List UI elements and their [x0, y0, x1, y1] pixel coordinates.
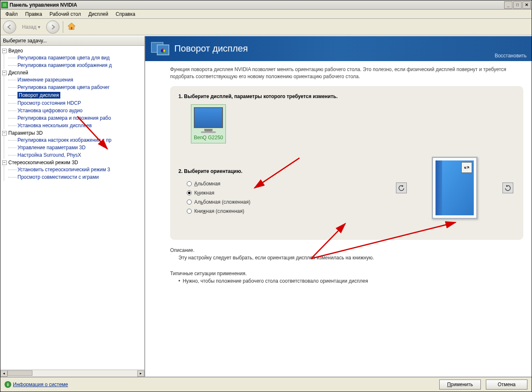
menu-bar: Файл Правка Рабочий стол Дисплей Справка: [0, 10, 532, 19]
flip-icon: [461, 162, 472, 173]
tree-leaf-label: Изменение разрешения: [17, 77, 73, 83]
page-title: Поворот дисплея: [174, 43, 248, 54]
tree-leaf[interactable]: Просмотр совместимости с играми: [4, 173, 144, 181]
tree-leaf-label: Просмотр совместимости с играми: [17, 174, 99, 180]
menu-edit[interactable]: Правка: [22, 10, 46, 18]
window-title: Панель управления NVIDIA: [10, 2, 504, 8]
step1-title: 1. Выберите дисплей, параметры которого …: [178, 94, 515, 99]
tree-leaf[interactable]: Установка нескольких дисплеев: [4, 122, 144, 129]
sidebar-hscrollbar[interactable]: ◂ ▸: [0, 370, 144, 377]
main-panel: Поворот дисплея Восстановить Функция пов…: [145, 36, 532, 377]
radio-dot-icon: [187, 190, 192, 195]
tree-leaf-label: Настройка Surround, PhysX: [17, 152, 81, 158]
tree-leaf[interactable]: Регулировка параметров цвета для вид: [4, 54, 144, 62]
nav-back-text: Назад: [22, 24, 36, 30]
typical-bullet: Нужно, чтобы положение рабочего стола со…: [178, 278, 523, 284]
orientation-label: Альбомная: [194, 181, 220, 187]
tree-expander-icon[interactable]: −: [2, 160, 7, 165]
restore-defaults-link[interactable]: Восстановить: [495, 53, 527, 59]
tree-category-label: Дисплей: [8, 70, 28, 76]
info-icon: i: [5, 381, 11, 388]
sidebar: Выберите задачу... −ВидеоРегулировка пар…: [0, 36, 145, 377]
nvidia-app-icon: [1, 2, 8, 8]
tree-category[interactable]: −Стереоскопический режим 3D: [2, 159, 144, 166]
tree-leaf-label: Регулировка параметров цвета рабочег: [17, 84, 110, 90]
monitor-icon: [194, 107, 223, 128]
radio-dot-icon: [187, 181, 192, 186]
titlebar: Панель управления NVIDIA _ □ ✕: [0, 0, 532, 10]
tree-category-label: Видео: [8, 48, 23, 54]
sidebar-header: Выберите задачу...: [0, 36, 144, 46]
tree-leaf-label: Регулировка параметров цвета для вид: [17, 55, 109, 61]
apply-button[interactable]: Применить: [439, 380, 481, 390]
system-info-text: Информация о системе: [13, 382, 68, 387]
cancel-button[interactable]: Отмена: [486, 380, 527, 390]
footer: i Информация о системе Применить Отмена: [0, 377, 532, 392]
intro-text: Функция поворота дисплея NVIDIA позволяе…: [170, 66, 523, 80]
menu-display[interactable]: Дисплей: [85, 10, 111, 18]
scroll-left-button[interactable]: ◂: [0, 370, 7, 377]
description-text: Эту настройку следует выбрать, если орие…: [178, 255, 523, 261]
typical-heading: Типичные ситуации применения.: [170, 271, 523, 276]
tree-leaf[interactable]: Регулировка параметров изображения д: [4, 62, 144, 69]
tree-category[interactable]: −Видео: [2, 47, 144, 54]
task-tree[interactable]: −ВидеоРегулировка параметров цвета для в…: [0, 46, 144, 370]
tree-leaf[interactable]: Изменение разрешения: [4, 76, 144, 84]
scroll-track[interactable]: [7, 370, 137, 377]
orientation-label: Книжная: [194, 190, 214, 196]
tree-expander-icon[interactable]: −: [2, 131, 7, 136]
close-button[interactable]: ✕: [522, 1, 531, 9]
tree-leaf[interactable]: Настройка Surround, PhysX: [4, 151, 144, 159]
rotate-ccw-button[interactable]: [396, 182, 407, 193]
tree-category[interactable]: −Параметры 3D: [2, 130, 144, 136]
tree-category-label: Стереоскопический режим 3D: [8, 160, 78, 165]
tree-leaf[interactable]: Регулировка параметров цвета рабочег: [4, 84, 144, 91]
rotate-cw-button[interactable]: [502, 182, 513, 193]
menu-file[interactable]: Файл: [2, 10, 21, 18]
tree-leaf-label: Установка нескольких дисплеев: [17, 123, 92, 128]
tree-leaf[interactable]: Просмотр состояния HDCP: [4, 99, 144, 107]
description-heading: Описание.: [170, 247, 523, 253]
radio-dot-icon: [187, 200, 192, 205]
tree-expander-icon[interactable]: −: [2, 71, 7, 75]
tree-leaf-label: Просмотр состояния HDCP: [17, 100, 81, 106]
toolbar-separator: [63, 21, 63, 33]
tree-expander-icon[interactable]: −: [2, 49, 7, 53]
scroll-right-button[interactable]: ▸: [137, 370, 144, 377]
tree-leaf[interactable]: Установить стереоскопический режим 3: [4, 166, 144, 173]
settings-panel: 1. Выберите дисплей, параметры которого …: [170, 86, 523, 240]
nav-back-button[interactable]: [3, 20, 16, 34]
orientation-label: Альбомная (сложенная): [194, 199, 250, 205]
scroll-thumb[interactable]: [7, 370, 32, 376]
rotate-display-icon: [151, 40, 169, 57]
menu-desktop[interactable]: Рабочий стол: [46, 10, 84, 18]
menu-help[interactable]: Справка: [112, 10, 139, 18]
tree-leaf-label: Поворот дисплея: [17, 92, 60, 99]
display-selector[interactable]: BenQ G2250: [191, 104, 226, 143]
radio-dot-icon: [187, 209, 192, 214]
main-header: Поворот дисплея Восстановить: [145, 36, 532, 61]
tree-leaf[interactable]: Регулировка настроек изображения с пр: [4, 136, 144, 144]
tree-leaf[interactable]: Установка цифрового аудио: [4, 107, 144, 114]
maximize-button[interactable]: □: [513, 1, 522, 9]
svg-rect-0: [71, 27, 72, 30]
tree-leaf-label: Регулировка размера и положения рабо: [17, 115, 111, 121]
tree-leaf[interactable]: Управление параметрами 3D: [4, 144, 144, 151]
tree-leaf-label: Установка цифрового аудио: [17, 108, 82, 113]
home-button[interactable]: [67, 21, 77, 32]
nav-forward-button[interactable]: [46, 20, 59, 34]
tree-leaf-label: Регулировка параметров изображения д: [17, 62, 112, 68]
toolbar: Назад ▾: [0, 19, 532, 35]
tree-leaf[interactable]: Регулировка размера и положения рабо: [4, 114, 144, 122]
tree-leaf-label: Регулировка настроек изображения с пр: [17, 137, 111, 143]
tree-leaf-label: Управление параметрами 3D: [17, 145, 86, 150]
tree-category[interactable]: −Дисплей: [2, 69, 144, 76]
orientation-preview: [432, 157, 478, 219]
chevron-down-icon: ▾: [38, 24, 40, 30]
tree-category-label: Параметры 3D: [8, 130, 43, 136]
tree-leaf-label: Установить стереоскопический режим 3: [17, 167, 110, 173]
tree-leaf[interactable]: Поворот дисплея: [4, 91, 144, 99]
nav-back-label[interactable]: Назад ▾: [19, 24, 44, 30]
system-info-link[interactable]: i Информация о системе: [5, 381, 68, 388]
minimize-button[interactable]: _: [504, 1, 512, 9]
